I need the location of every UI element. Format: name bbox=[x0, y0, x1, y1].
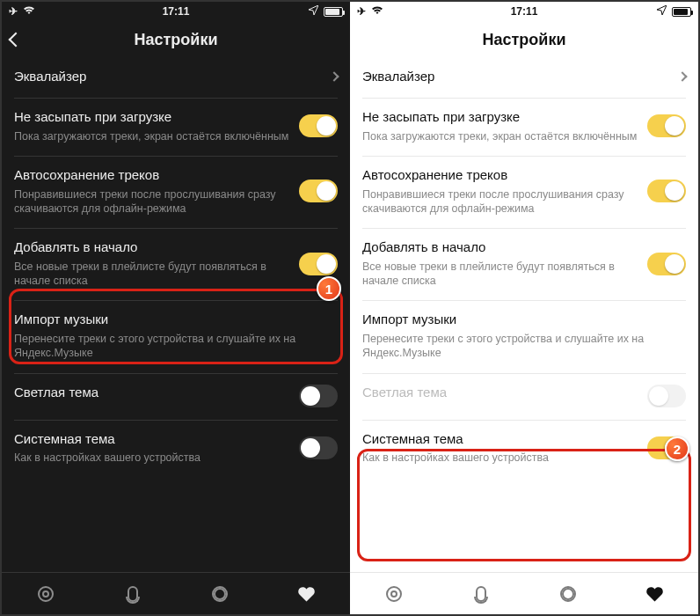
comparison-container: ✈︎ 17:11 Настройки Эквалайзер bbox=[0, 0, 700, 616]
row-title: Импорт музыки bbox=[14, 312, 338, 328]
location-icon bbox=[657, 5, 667, 18]
row-system-theme: Системная тема Как в настройках вашего у… bbox=[14, 421, 338, 478]
page-title: Настройки bbox=[135, 31, 218, 49]
row-subtitle: Перенесите треки с этого устройства и сл… bbox=[362, 332, 686, 361]
back-icon[interactable] bbox=[9, 33, 24, 48]
settings-list: Эквалайзер Не засыпать при загрузке Пока… bbox=[350, 58, 698, 572]
status-time: 17:11 bbox=[163, 5, 190, 18]
row-autosave: Автосохранение треков Понравившиеся трек… bbox=[362, 157, 686, 229]
row-title: Не засыпать при загрузке bbox=[362, 109, 638, 126]
row-subtitle: Как в настройках вашего устройства bbox=[14, 451, 290, 465]
chevron-right-icon bbox=[677, 72, 687, 82]
status-bar: ✈︎ 17:11 bbox=[2, 2, 350, 21]
row-title: Импорт музыки bbox=[362, 312, 686, 328]
row-title: Автосохранение треков bbox=[362, 167, 638, 184]
toggle-no-sleep[interactable] bbox=[299, 114, 338, 137]
page-title: Настройки bbox=[483, 31, 566, 49]
location-icon bbox=[309, 5, 318, 18]
toggle-add-to-top[interactable] bbox=[299, 253, 338, 275]
row-no-sleep: Не засыпать при загрузке Пока загружаютс… bbox=[14, 99, 338, 157]
phone-dark: ✈︎ 17:11 Настройки Эквалайзер bbox=[2, 2, 350, 614]
row-title: Автосохранение треков bbox=[14, 167, 290, 184]
row-subtitle: Понравившиеся треки после прослушивания … bbox=[14, 187, 290, 216]
row-title: Светлая тема bbox=[14, 385, 290, 401]
row-subtitle: Понравившиеся треки после прослушивания … bbox=[362, 187, 638, 216]
row-title: Добавлять в начало bbox=[362, 239, 638, 256]
tab-feed-icon[interactable] bbox=[36, 584, 55, 604]
row-add-to-top: Добавлять в начало Все новые треки в пле… bbox=[362, 229, 686, 301]
toggle-no-sleep[interactable] bbox=[647, 114, 686, 137]
phone-light: ✈︎ 17:11 Настройки Эквалайзер bbox=[350, 2, 698, 614]
airplane-icon: ✈︎ bbox=[357, 5, 366, 18]
toggle-add-to-top[interactable] bbox=[647, 253, 686, 275]
tab-radio-icon[interactable] bbox=[558, 584, 578, 604]
row-title: Системная тема bbox=[362, 431, 638, 448]
row-subtitle: Все новые треки в плейлисте будут появля… bbox=[14, 260, 290, 289]
row-title: Не засыпать при загрузке bbox=[14, 109, 290, 126]
row-title: Добавлять в начало bbox=[14, 239, 290, 256]
row-subtitle: Все новые треки в плейлисте будут появля… bbox=[362, 260, 638, 289]
row-add-to-top: Добавлять в начало Все новые треки в пле… bbox=[14, 229, 338, 301]
row-light-theme: Светлая тема bbox=[14, 374, 338, 421]
row-equalizer[interactable]: Эквалайзер bbox=[362, 58, 686, 99]
battery-icon bbox=[324, 7, 343, 17]
row-no-sleep: Не засыпать при загрузке Пока загружаютс… bbox=[362, 99, 686, 157]
status-time: 17:11 bbox=[511, 5, 538, 18]
highlight-badge-1: 1 bbox=[317, 276, 341, 301]
row-title: Системная тема bbox=[14, 431, 290, 448]
highlight-badge-2: 2 bbox=[665, 436, 689, 461]
toggle-autosave[interactable] bbox=[647, 180, 686, 202]
status-bar: ✈︎ 17:11 bbox=[350, 2, 698, 21]
row-system-theme: Системная тема Как в настройках вашего у… bbox=[362, 421, 686, 478]
wifi-icon bbox=[371, 5, 383, 18]
row-import-music[interactable]: Импорт музыки Перенесите треки с этого у… bbox=[362, 301, 686, 373]
wifi-icon bbox=[23, 5, 35, 18]
row-title: Эквалайзер bbox=[362, 69, 670, 85]
page-header: Настройки bbox=[2, 21, 350, 58]
tab-bar bbox=[350, 572, 698, 614]
row-autosave: Автосохранение треков Понравившиеся трек… bbox=[14, 157, 338, 229]
toggle-autosave[interactable] bbox=[299, 180, 338, 202]
row-subtitle: Пока загружаются треки, экран остаётся в… bbox=[14, 129, 290, 143]
page-header: Настройки bbox=[350, 21, 698, 58]
row-title: Эквалайзер bbox=[14, 69, 322, 85]
toggle-light-theme bbox=[647, 385, 686, 407]
row-light-theme: Светлая тема bbox=[362, 374, 686, 421]
row-subtitle: Пока загружаются треки, экран остаётся в… bbox=[362, 129, 638, 143]
battery-icon bbox=[672, 7, 691, 17]
tab-feed-icon[interactable] bbox=[384, 584, 404, 604]
toggle-system-theme[interactable] bbox=[299, 436, 338, 459]
row-equalizer[interactable]: Эквалайзер bbox=[14, 58, 338, 99]
airplane-icon: ✈︎ bbox=[9, 5, 18, 18]
row-subtitle: Как в настройках вашего устройства bbox=[362, 451, 638, 465]
chevron-right-icon bbox=[329, 72, 339, 82]
tab-favorites-icon[interactable] bbox=[297, 584, 317, 604]
toggle-light-theme[interactable] bbox=[299, 385, 338, 407]
tab-radio-icon[interactable] bbox=[210, 584, 230, 604]
row-title: Светлая тема bbox=[362, 385, 638, 401]
tab-favorites-icon[interactable] bbox=[645, 584, 665, 604]
row-import-music[interactable]: Импорт музыки Перенесите треки с этого у… bbox=[14, 301, 338, 373]
row-subtitle: Перенесите треки с этого устройства и сл… bbox=[14, 332, 338, 361]
tab-bar bbox=[2, 572, 350, 614]
tab-podcasts-icon[interactable] bbox=[123, 584, 142, 604]
tab-podcasts-icon[interactable] bbox=[471, 584, 491, 604]
settings-list: Эквалайзер Не засыпать при загрузке Пока… bbox=[2, 58, 350, 572]
